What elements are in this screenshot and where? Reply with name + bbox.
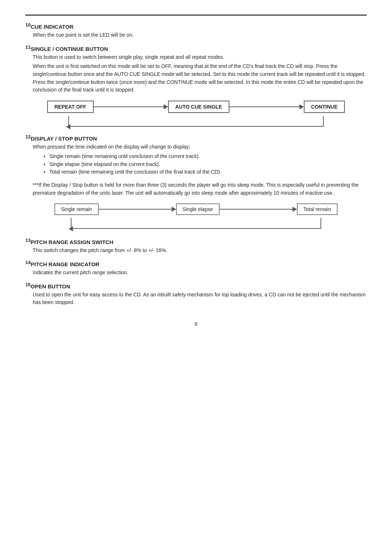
flow-diagram-1: REPEAT OFF AUTO CUE SINGLE CONTINUE [47,101,345,113]
flow-arrow2-line-2 [220,209,293,210]
flow-return-arrow-1 [66,124,70,129]
section-open-button: 15OPEN BUTTON Used to open the unit for … [25,282,367,307]
open-button-para1: Used to open the unit for easy access to… [33,291,367,307]
flow-diagram-2: Single remain Single elapse Total remain [54,203,338,215]
bullet-total-remain: Total remain (time remaining until the c… [44,168,367,176]
flow-return2-line [71,228,321,229]
sleep-mode-note: ***If the Display / Stop button is held … [33,181,367,197]
flow-arrow-line-1 [94,106,164,107]
section-title-pitch-range-assign: 13PITCH RANGE ASSIGN SWITCH [25,238,367,245]
flow-arrow-line-2 [229,106,299,107]
section-title-text-pitch-indicator: PITCH RANGE INDICATOR [30,261,99,267]
flow-return-line-1 [68,126,324,127]
flow-return2-right [320,218,321,229]
flow-arrow2-head-1 [172,207,176,212]
single-continue-para2: When the unit is first switched on this … [33,62,367,94]
section-number-15: 15 [25,282,30,287]
flow-return-1 [47,116,345,127]
section-number-10: 10 [25,22,30,28]
display-stop-bullets: Single remain (time remaining until conc… [44,153,367,176]
flow-box2-total-remain: Total remain [297,203,338,215]
section-number-12: 12 [25,134,30,139]
pitch-range-assign-para1: This switch changes the pitch range from… [33,247,367,255]
section-title-text-open: OPEN BUTTON [30,283,70,289]
section-title-pitch-range-indicator: 14PITCH RANGE INDICATOR [25,260,367,267]
flow-arrow-2 [229,104,304,109]
bullet-single-remain: Single remain (time remaining until conc… [44,153,367,161]
section-number-11: 11 [25,44,30,50]
flow-return-right-1 [323,116,324,127]
section-pitch-range-assign: 13PITCH RANGE ASSIGN SWITCH This switch … [25,238,367,255]
flow-arrow-head-1 [164,104,168,109]
flow-return2-arrow [69,226,73,231]
section-number-13: 13 [25,238,30,243]
section-title-text-pitch-assign: PITCH RANGE ASSIGN SWITCH [30,239,113,245]
section-title-open-button: 15OPEN BUTTON [25,282,367,289]
flow-box-continue: CONTINUE [304,101,345,113]
display-stop-para1: When pressed the time indicated on the d… [33,143,367,151]
section-single-continue: 11SINGLE / CONTINUE BUTTON This button i… [25,44,367,94]
section-display-stop: 12DISPLAY / STOP BUTTON When pressed the… [25,134,367,176]
single-continue-para1: This button is used to switch between si… [33,53,367,61]
flow-arrow2-2 [220,207,297,212]
section-title-cue-indicator: 10CUE INDICATOR [25,22,367,30]
flow-arrow2-line-1 [99,209,172,210]
cue-indicator-para1: When the cue point is set the LED will b… [33,31,367,39]
section-title-text-single: SINGLE / CONTINUE BUTTON [30,46,108,52]
section-title-text-display: DISPLAY / STOP BUTTON [30,135,97,142]
top-border [25,15,367,16]
flow-box-auto-cue-single: AUTO CUE SINGLE [168,101,229,113]
flow-arrow-head-2 [299,104,304,109]
section-pitch-range-indicator: 14PITCH RANGE INDICATOR Indicates the cu… [25,260,367,277]
page-number: 9 [25,321,367,327]
pitch-range-indicator-para1: Indicates the current pitch range select… [33,269,367,277]
section-title-text-cue: CUE INDICATOR [30,24,73,30]
section-number-14: 14 [25,260,30,265]
section-title-single-continue: 11SINGLE / CONTINUE BUTTON [25,44,367,52]
section-cue-indicator: 10CUE INDICATOR When the cue point is se… [25,22,367,39]
flow-arrow-1 [94,104,168,109]
flow-box-repeat-off: REPEAT OFF [47,101,94,113]
flow-box2-single-remain: Single remain [54,203,99,215]
flow-arrow2-1 [99,207,176,212]
flow-box2-single-elapse: Single elapse [176,203,220,215]
section-title-display-stop: 12DISPLAY / STOP BUTTON [25,134,367,142]
flow-return-2 [54,218,338,229]
bullet-single-elapse: Single elapse (time elapsed on the curre… [44,161,367,169]
flow-arrow2-head-2 [293,207,297,212]
